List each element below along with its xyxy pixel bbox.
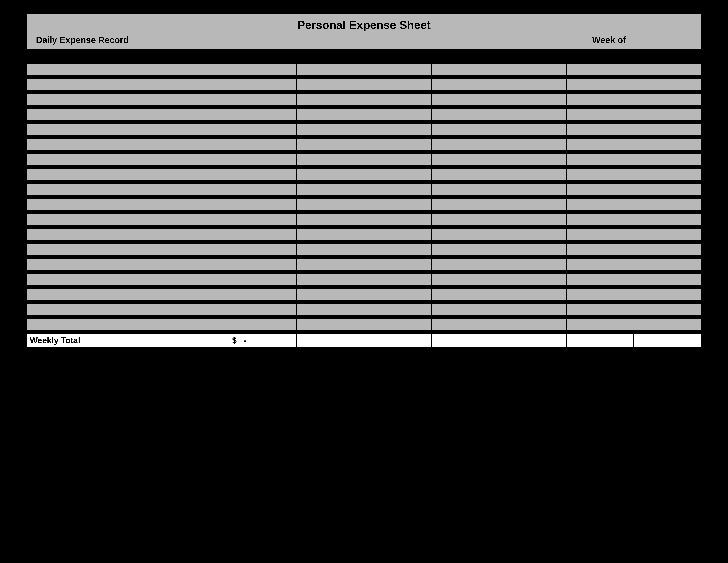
cell-day3[interactable] [364, 259, 432, 270]
cell-day7[interactable] [634, 229, 701, 240]
cell-day2[interactable] [296, 79, 364, 90]
cell-day3[interactable] [364, 319, 432, 330]
cell-day7[interactable] [634, 169, 701, 180]
cell-desc[interactable] [27, 79, 229, 90]
cell-day3[interactable] [364, 64, 432, 75]
cell-day1[interactable] [229, 94, 297, 105]
cell-day7[interactable] [634, 214, 701, 225]
cell-day6[interactable] [566, 199, 634, 210]
cell-day3[interactable] [364, 274, 432, 285]
cell-day4[interactable] [432, 79, 499, 90]
cell-desc[interactable] [27, 154, 229, 165]
cell-day1[interactable] [229, 169, 297, 180]
cell-day6[interactable] [566, 274, 634, 285]
cell-desc[interactable] [27, 124, 229, 135]
cell-day7[interactable] [634, 94, 701, 105]
cell-day2[interactable] [296, 289, 364, 300]
total-day2[interactable] [364, 334, 432, 347]
cell-day2[interactable] [296, 244, 364, 255]
cell-day1[interactable] [229, 154, 297, 165]
cell-day5[interactable] [499, 169, 566, 180]
cell-day5[interactable] [499, 154, 566, 165]
cell-day4[interactable] [432, 259, 499, 270]
cell-day3[interactable] [364, 109, 432, 120]
cell-day2[interactable] [296, 64, 364, 75]
cell-day7[interactable] [634, 64, 701, 75]
cell-day5[interactable] [499, 274, 566, 285]
cell-day6[interactable] [566, 289, 634, 300]
cell-day7[interactable] [634, 289, 701, 300]
cell-day6[interactable] [566, 184, 634, 195]
cell-day3[interactable] [364, 289, 432, 300]
cell-day1[interactable] [229, 274, 297, 285]
cell-day1[interactable] [229, 244, 297, 255]
cell-day3[interactable] [364, 154, 432, 165]
cell-day6[interactable] [566, 229, 634, 240]
cell-desc[interactable] [27, 244, 229, 255]
cell-day4[interactable] [432, 304, 499, 315]
cell-day7[interactable] [634, 274, 701, 285]
cell-day7[interactable] [634, 109, 701, 120]
cell-day1[interactable] [229, 109, 297, 120]
cell-day6[interactable] [566, 79, 634, 90]
cell-day2[interactable] [296, 229, 364, 240]
cell-day4[interactable] [432, 214, 499, 225]
cell-day5[interactable] [499, 79, 566, 90]
cell-day7[interactable] [634, 154, 701, 165]
cell-day2[interactable] [296, 259, 364, 270]
cell-day2[interactable] [296, 199, 364, 210]
cell-day6[interactable] [566, 139, 634, 150]
cell-day6[interactable] [566, 124, 634, 135]
total-day1[interactable] [296, 334, 364, 347]
cell-day6[interactable] [566, 304, 634, 315]
cell-day4[interactable] [432, 154, 499, 165]
cell-day2[interactable] [296, 154, 364, 165]
cell-day7[interactable] [634, 124, 701, 135]
cell-day4[interactable] [432, 274, 499, 285]
cell-day1[interactable] [229, 289, 297, 300]
cell-day6[interactable] [566, 259, 634, 270]
total-day4[interactable] [499, 334, 566, 347]
cell-day4[interactable] [432, 109, 499, 120]
cell-day6[interactable] [566, 214, 634, 225]
cell-desc[interactable] [27, 94, 229, 105]
cell-day7[interactable] [634, 139, 701, 150]
cell-day3[interactable] [364, 169, 432, 180]
cell-day5[interactable] [499, 319, 566, 330]
cell-day1[interactable] [229, 199, 297, 210]
cell-day4[interactable] [432, 139, 499, 150]
cell-day2[interactable] [296, 109, 364, 120]
cell-desc[interactable] [27, 109, 229, 120]
cell-day1[interactable] [229, 319, 297, 330]
cell-day2[interactable] [296, 304, 364, 315]
cell-day3[interactable] [364, 199, 432, 210]
cell-day1[interactable] [229, 124, 297, 135]
cell-day3[interactable] [364, 79, 432, 90]
cell-desc[interactable] [27, 229, 229, 240]
cell-day1[interactable] [229, 184, 297, 195]
cell-day2[interactable] [296, 139, 364, 150]
cell-desc[interactable] [27, 169, 229, 180]
cell-day5[interactable] [499, 289, 566, 300]
cell-day5[interactable] [499, 64, 566, 75]
cell-day4[interactable] [432, 169, 499, 180]
cell-day2[interactable] [296, 274, 364, 285]
cell-day4[interactable] [432, 319, 499, 330]
cell-day4[interactable] [432, 229, 499, 240]
cell-day6[interactable] [566, 169, 634, 180]
cell-desc[interactable] [27, 214, 229, 225]
cell-desc[interactable] [27, 289, 229, 300]
cell-day3[interactable] [364, 229, 432, 240]
cell-day3[interactable] [364, 94, 432, 105]
cell-day7[interactable] [634, 199, 701, 210]
cell-day5[interactable] [499, 229, 566, 240]
cell-day4[interactable] [432, 244, 499, 255]
cell-day4[interactable] [432, 64, 499, 75]
total-day3[interactable] [432, 334, 499, 347]
cell-day6[interactable] [566, 109, 634, 120]
cell-day4[interactable] [432, 199, 499, 210]
cell-day4[interactable] [432, 124, 499, 135]
cell-desc[interactable] [27, 199, 229, 210]
cell-day6[interactable] [566, 94, 634, 105]
cell-day5[interactable] [499, 244, 566, 255]
